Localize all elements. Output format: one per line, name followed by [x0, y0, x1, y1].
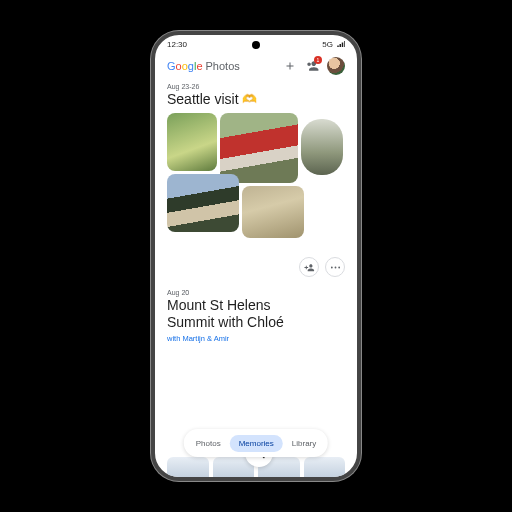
add-button[interactable] [283, 59, 297, 73]
signal-icon [337, 41, 345, 47]
photo-thumb[interactable] [242, 186, 304, 238]
brand-logo: Google Photos [167, 60, 240, 72]
photo-collage[interactable] [167, 113, 343, 251]
status-network: 5G [322, 40, 333, 49]
more-options-button[interactable] [325, 257, 345, 277]
memory-title[interactable]: Seattle visit 🫶 [167, 91, 345, 107]
memory-title[interactable]: Mount St Helens Summit with Chloé [167, 297, 345, 331]
memory-people[interactable]: with Martijn & Amir [167, 334, 345, 343]
photo-thumb[interactable] [220, 113, 298, 183]
nav-photos[interactable]: Photos [187, 435, 230, 452]
main-content: Aug 23-26 Seattle visit 🫶 Aug 20 Mount S… [155, 83, 357, 343]
sharing-button[interactable]: 1 [305, 59, 319, 73]
camera-hole [252, 41, 260, 49]
nav-memories[interactable]: Memories [230, 435, 283, 452]
phone-frame: 12:30 5G Google Photos 1 Aug 23-26 Seatt… [151, 31, 361, 481]
photo-thumb[interactable] [167, 174, 239, 232]
account-avatar[interactable] [327, 57, 345, 75]
add-people-button[interactable] [299, 257, 319, 277]
status-time: 12:30 [167, 40, 187, 49]
nav-library[interactable]: Library [283, 435, 325, 452]
memory-date: Aug 23-26 [167, 83, 345, 90]
memory-date: Aug 20 [167, 289, 345, 296]
photo-thumb[interactable] [167, 113, 217, 171]
app-header: Google Photos 1 [155, 53, 357, 81]
bottom-nav: Photos Memories Library [184, 429, 328, 457]
photo-thumb[interactable] [301, 119, 343, 175]
notification-badge: 1 [314, 56, 322, 64]
heart-hands-emoji: 🫶 [242, 92, 257, 106]
